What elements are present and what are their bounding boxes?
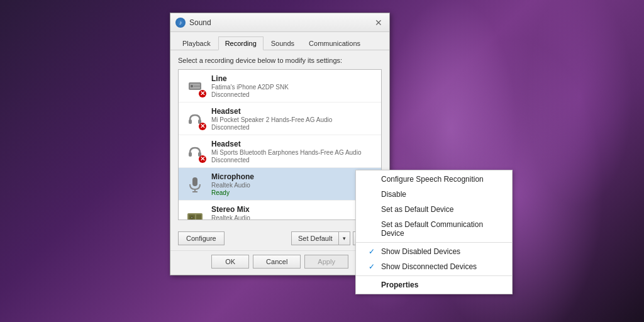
device-sub-microphone: Realtek Audio: [211, 182, 371, 189]
svg-rect-4: [189, 119, 192, 124]
svg-point-2: [191, 85, 193, 87]
device-icon-line: ✕: [184, 75, 206, 97]
title-bar-left: ♪ Sound: [175, 18, 211, 28]
device-status-line: Disconnected: [211, 91, 376, 98]
ctx-configure-speech[interactable]: Configure Speech Recognition: [356, 172, 512, 187]
svg-rect-6: [189, 152, 192, 157]
ctx-set-default-device[interactable]: Set as Default Device: [356, 202, 512, 217]
apply-button[interactable]: Apply: [304, 255, 348, 269]
device-item-stereo[interactable]: ✓ Stereo Mix Realtek Audio Default Devic…: [179, 201, 381, 220]
device-info-line: Line Fatima's iPhone A2DP SNK Disconnect…: [211, 74, 376, 98]
tabs-bar: Playback Recording Sounds Communications: [170, 32, 389, 50]
device-item-headset2[interactable]: ✕ Headset Mi Sports Bluetooth Earphones …: [179, 135, 381, 168]
device-icon-headset2: ✕: [184, 140, 206, 163]
device-name-headset1: Headset: [211, 107, 376, 116]
device-status-microphone: Ready: [211, 189, 371, 196]
window-title: Sound: [189, 18, 211, 27]
device-item-headset1[interactable]: ✕ Headset Mi Pocket Speaker 2 Hands-Free…: [179, 103, 381, 135]
device-icon-headset1: ✕: [184, 108, 206, 130]
ctx-separator1: [356, 242, 512, 243]
device-item-line[interactable]: ✕ Line Fatima's iPhone A2DP SNK Disconne…: [179, 70, 381, 103]
ctx-show-disabled[interactable]: ✓ Show Disabled Devices: [356, 244, 512, 259]
device-info-stereo: Stereo Mix Realtek Audio Default Device: [211, 205, 376, 221]
status-dot-headset1: ✕: [199, 123, 206, 130]
device-sub-line: Fatima's iPhone A2DP SNK: [211, 84, 376, 91]
device-item-microphone[interactable]: Microphone Realtek Audio Ready: [179, 168, 381, 201]
svg-rect-8: [192, 177, 197, 186]
set-default-button[interactable]: Set Default: [291, 231, 338, 245]
ctx-show-disconnected[interactable]: ✓ Show Disconnected Devices: [356, 259, 512, 274]
svg-point-15: [191, 217, 192, 218]
ok-button[interactable]: OK: [211, 255, 249, 269]
device-sub-headset1: Mi Pocket Speaker 2 Hands-Free AG Audio: [211, 116, 376, 123]
ctx-disable[interactable]: Disable: [356, 187, 512, 202]
device-sub-stereo: Realtek Audio: [211, 214, 376, 221]
ctx-set-default-comm[interactable]: Set as Default Communication Device: [356, 217, 512, 241]
configure-button[interactable]: Configure: [178, 231, 225, 245]
tab-recording[interactable]: Recording: [218, 36, 264, 50]
microphone-icon: [186, 175, 204, 193]
status-dot-line: ✕: [199, 90, 206, 97]
device-info-microphone: Microphone Realtek Audio Ready: [211, 172, 371, 196]
sound-icon: ♪: [175, 18, 186, 28]
set-default-arrow[interactable]: ▾: [338, 231, 350, 245]
tab-sounds[interactable]: Sounds: [264, 36, 301, 50]
tab-playback[interactable]: Playback: [175, 36, 218, 50]
svg-rect-13: [196, 214, 201, 221]
stereo-icon: [186, 208, 204, 221]
device-info-headset1: Headset Mi Pocket Speaker 2 Hands-Free A…: [211, 107, 376, 131]
device-name-microphone: Microphone: [211, 172, 371, 181]
tab-communications[interactable]: Communications: [302, 36, 367, 50]
ctx-separator2: [356, 275, 512, 276]
close-button[interactable]: ✕: [373, 17, 384, 28]
ctx-properties[interactable]: Properties: [356, 277, 512, 292]
title-bar: ♪ Sound ✕: [170, 13, 389, 32]
device-icon-microphone: [184, 173, 206, 196]
device-sub-headset2: Mi Sports Bluetooth Earphones Hands-Free…: [211, 149, 376, 156]
status-dot-headset2: ✕: [199, 155, 206, 163]
context-menu: Configure Speech Recognition Disable Set…: [355, 170, 513, 294]
device-icon-stereo: ✓: [184, 206, 206, 221]
device-name-stereo: Stereo Mix: [211, 205, 376, 214]
device-status-headset2: Disconnected: [211, 157, 376, 164]
device-name-line: Line: [211, 74, 376, 83]
device-name-headset2: Headset: [211, 140, 376, 148]
device-status-headset1: Disconnected: [211, 124, 376, 131]
device-list: ✕ Line Fatima's iPhone A2DP SNK Disconne…: [178, 69, 382, 220]
set-default-split: Set Default ▾: [291, 231, 350, 245]
subtitle-text: Select a recording device below to modif…: [178, 57, 382, 64]
cancel-button[interactable]: Cancel: [253, 255, 301, 269]
device-info-headset2: Headset Mi Sports Bluetooth Earphones Ha…: [211, 140, 376, 164]
